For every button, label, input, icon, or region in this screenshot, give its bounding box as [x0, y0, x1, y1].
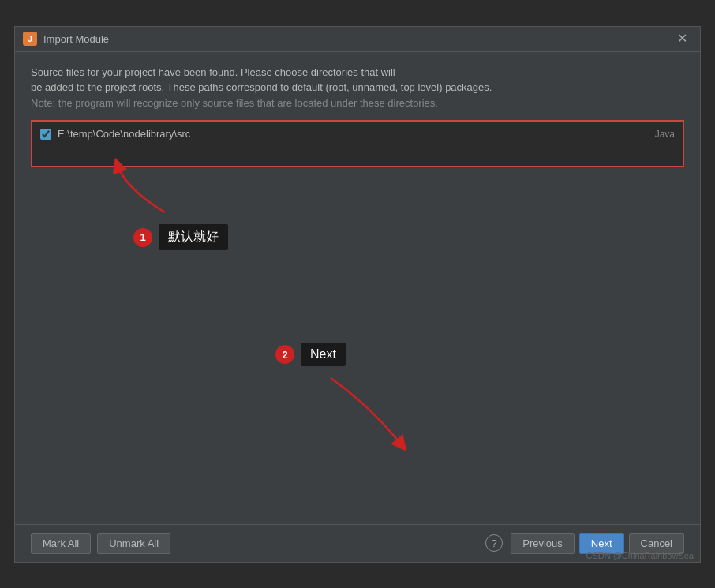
mark-all-button[interactable]: Mark All	[31, 533, 91, 554]
desc-line3: Note: the program will recognize only so…	[31, 97, 438, 109]
desc-line2: be added to the project roots. These pat…	[31, 81, 492, 93]
arrow-icon-2	[323, 374, 417, 453]
source-type: Java	[655, 129, 675, 140]
close-button[interactable]: ✕	[672, 31, 692, 47]
annotation-area: 1 默认就好 2 Next	[31, 177, 684, 511]
step1-circle: 1	[133, 228, 152, 247]
source-row: E:\temp\Code\nodelibrary\src Java	[36, 125, 679, 143]
step2-circle: 2	[275, 345, 294, 364]
step2-label: Next	[301, 343, 346, 366]
step1-label: 默认就好	[159, 224, 228, 250]
annotation-step1: 1 默认就好	[133, 224, 228, 250]
source-checkbox[interactable]	[40, 129, 51, 140]
annotation-step2: 2 Next	[275, 343, 346, 366]
footer-left: Mark All Unmark All	[31, 533, 170, 554]
desc-line1: Source files for your project have been …	[31, 66, 395, 78]
dialog-title: Import Module	[43, 33, 109, 45]
source-path: E:\temp\Code\nodelibrary\src	[58, 128, 649, 140]
unmark-all-button[interactable]: Unmark All	[97, 533, 170, 554]
dialog-body: Source files for your project have been …	[15, 52, 700, 524]
arrow-icon-1	[110, 157, 173, 220]
help-button[interactable]: ?	[485, 534, 503, 552]
previous-button[interactable]: Previous	[511, 533, 575, 554]
import-module-dialog: J Import Module ✕ Source files for your …	[14, 26, 701, 563]
watermark: CSDN @ChinaRainbowSea	[586, 551, 694, 560]
description-text: Source files for your project have been …	[31, 65, 684, 111]
title-bar: J Import Module ✕	[15, 27, 700, 52]
app-icon: J	[23, 32, 37, 46]
